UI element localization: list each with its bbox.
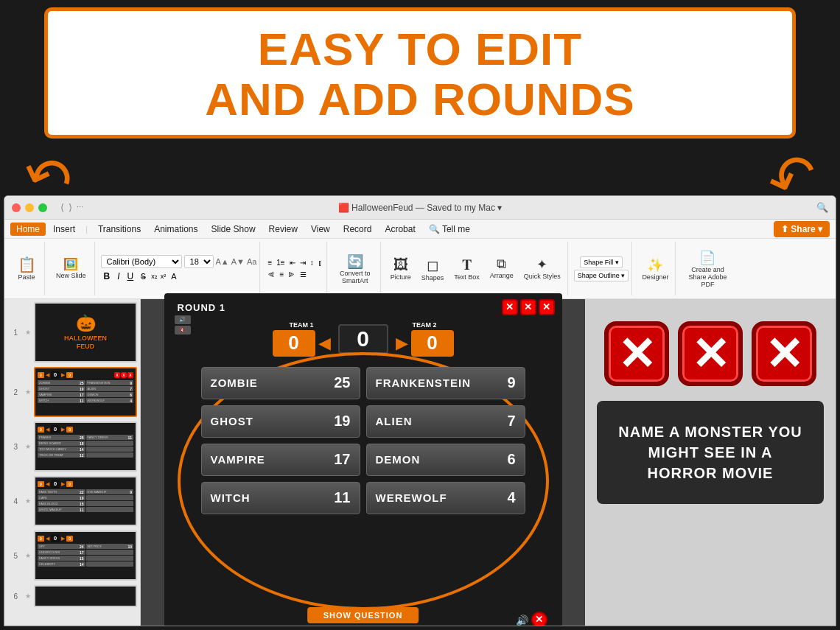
bold-btn[interactable]: B: [101, 270, 113, 282]
answer-werewolf: WEREWOLF 4: [366, 482, 525, 514]
x-marks-top: ✕ ✕ ✕: [502, 299, 555, 315]
x-mark-1: ✕: [502, 299, 518, 315]
ribbon-paste-btn[interactable]: 📋 Paste: [13, 255, 40, 283]
slide-num-4: 4: [7, 497, 18, 505]
slide-star-5: ★: [21, 552, 31, 559]
slide-4-content: 0 ◀ 0 ▶ 0 FAKE TEETH22EYE MAKEUP9 CAPE19…: [35, 477, 136, 525]
menu-blank: |: [83, 223, 91, 235]
slide-row-4: 4 ★ 0 ◀ 0 ▶ 0 FAKE TEETH22EYE MAKEU: [7, 476, 137, 526]
menu-transitions[interactable]: Transitions: [92, 223, 147, 236]
ribbon-font: Calibri (Body) 18 A▲ A▼ Aa B I U S̶ x₂ x…: [98, 242, 261, 295]
share-button[interactable]: ⬆ Share ▾: [774, 221, 830, 237]
x-mark-large-3: ✕: [752, 321, 816, 386]
ribbon-paragraph: ≡ 1≡ ⇤ ⇥ ↕ ⫿ ⫷ ≡ ⫸ ☰: [263, 242, 326, 295]
close-slide-btn[interactable]: ✕: [531, 612, 547, 627]
menu-home[interactable]: Home: [10, 223, 46, 236]
round-label: ROUND 1: [178, 302, 226, 313]
shape-outline-btn[interactable]: Shape Outline ▾: [574, 270, 629, 281]
answer-alien: ALIEN 7: [366, 405, 525, 438]
x-mark-large-1: ✕: [604, 321, 669, 386]
ribbon-insert: 🖼 Picture ◻ Shapes 𝐓 Text Box ⧉ Arrange …: [384, 242, 568, 295]
slide-num-1: 1: [7, 329, 18, 337]
slide-1-title: HALLOWEENFEUD: [64, 335, 107, 351]
font-family-select[interactable]: Calibri (Body): [101, 255, 182, 268]
x-mark-3: ✕: [539, 299, 555, 315]
scoreboard: TEAM 1 0 ◀ 0 TEAM 2 ▶ 0: [164, 321, 562, 357]
menu-bar: Home Insert | Transitions Animations Sli…: [4, 220, 836, 239]
menu-tellme[interactable]: 🔍 Tell me: [423, 223, 476, 236]
ribbon-arrange-btn[interactable]: ⧉ Arrange: [486, 254, 517, 284]
clear-format-btn[interactable]: Aa: [247, 257, 256, 266]
ribbon-shapes-btn[interactable]: ◻ Shapes: [418, 254, 448, 284]
menu-review[interactable]: Review: [263, 223, 304, 236]
slide-num-2: 2: [7, 388, 18, 396]
show-question-button[interactable]: SHOW QUESTION: [307, 607, 419, 623]
justify-btn[interactable]: ☰: [298, 270, 308, 279]
strikethrough-btn[interactable]: S̶: [138, 271, 149, 282]
numbering-btn[interactable]: 1≡: [275, 258, 286, 267]
speaker-icon: 🔊: [516, 615, 528, 626]
convert-smartart-btn[interactable]: 🔄 Convert to SmartArt: [333, 251, 377, 287]
ribbon-designer-btn[interactable]: ✨ Designer: [638, 255, 672, 283]
indent-inc-btn[interactable]: ⇥: [298, 258, 307, 267]
indent-dec-btn[interactable]: ⇤: [288, 258, 297, 267]
slide-thumb-1[interactable]: 🎃 HALLOWEENFEUD: [34, 302, 137, 363]
ribbon: 📋 Paste 🖼️ New Slide Calibri (Body): [4, 239, 836, 299]
subscript-btn[interactable]: x₂: [150, 272, 158, 281]
slide-star-6: ★: [21, 592, 31, 600]
ribbon-adobe: 📄 Create and Share Adobe PDF: [679, 242, 736, 295]
columns-btn[interactable]: ⫿: [317, 258, 323, 267]
ribbon-textbox-btn[interactable]: 𝐓 Text Box: [450, 254, 483, 284]
ribbon-quick-styles-btn[interactable]: ✦ Quick Styles: [520, 254, 564, 284]
answer-vampire: VAMPIRE 17: [201, 444, 360, 476]
x-marks-large: ✕ ✕ ✕: [604, 321, 816, 386]
menu-insert[interactable]: Insert: [47, 223, 81, 236]
bullets-btn[interactable]: ≡: [266, 258, 273, 267]
menu-slideshow[interactable]: Slide Show: [206, 223, 262, 236]
slide-thumb-2[interactable]: 0 ◀ 0 ▶ 0 X X X ZOM: [34, 367, 137, 417]
ribbon-shape-format: Shape Fill ▾ Shape Outline ▾: [571, 242, 633, 295]
ppt-window: ⟨ ⟩ ··· 🟥 HalloweenFeud — Saved to my Ma…: [4, 195, 836, 626]
slide-thumb-3[interactable]: 0 ◀ 0 ▶ 0 PRANKS25FANCY DRESS11 BEING SC…: [34, 421, 137, 472]
slide-row-3: 3 ★ 0 ◀ 0 ▶ 0 PRANKS25FANCY DRESS11: [7, 421, 137, 472]
team1-arrow-left[interactable]: ◀: [318, 334, 331, 353]
title-bar: ⟨ ⟩ ··· 🟥 HalloweenFeud — Saved to my Ma…: [4, 196, 836, 220]
menu-record[interactable]: Record: [337, 223, 378, 236]
shape-fill-btn[interactable]: Shape Fill ▾: [580, 256, 623, 268]
slide-row-2: 2 ★ 0 ◀ 0 ▶ 0 X: [7, 367, 137, 417]
font-grow-btn[interactable]: A▲: [216, 257, 229, 266]
menu-animations[interactable]: Animations: [148, 223, 203, 236]
superscript-btn[interactable]: x²: [160, 272, 167, 281]
team2-arrow-right[interactable]: ▶: [396, 334, 408, 353]
answer-frankenstein: FRANKENSTEIN 9: [366, 367, 525, 399]
font-size-select[interactable]: 18: [184, 255, 214, 268]
italic-btn[interactable]: I: [114, 270, 122, 282]
slide-num-5: 5: [7, 552, 18, 560]
ribbon-smartart: 🔄 Convert to SmartArt: [330, 242, 381, 295]
team2-label: TEAM 2: [412, 321, 436, 329]
ribbon-new-slide-btn[interactable]: 🖼️ New Slide: [52, 256, 90, 281]
answer-demon: DEMON 6: [366, 444, 525, 476]
slide-thumb-5[interactable]: 0 ◀ 0 ▶ 0 SPY24WIT.PROT.10 UNDERCOVER17 …: [34, 531, 137, 581]
slide-num-3: 3: [7, 443, 18, 451]
main-content: 1 ★ 🎃 HALLOWEENFEUD 2 ★: [4, 299, 836, 626]
slide-thumb-6[interactable]: [34, 585, 137, 607]
ribbon-adobe-btn[interactable]: 📄 Create and Share Adobe PDF: [682, 248, 733, 290]
underline-btn[interactable]: U: [125, 270, 137, 282]
right-panel: ✕ ✕ ✕ NAME A MONSTER YOU MIGHT SEE IN A …: [585, 299, 836, 626]
slide-thumb-4[interactable]: 0 ◀ 0 ▶ 0 FAKE TEETH22EYE MAKEUP9 CAPE19…: [34, 476, 137, 526]
align-center-btn[interactable]: ≡: [278, 270, 285, 279]
slide-row-5: 5 ★ 0 ◀ 0 ▶ 0 SPY24WIT.PROT.10: [7, 531, 137, 581]
menu-view[interactable]: View: [305, 223, 336, 236]
align-right-btn[interactable]: ⫸: [287, 270, 297, 279]
align-left-btn[interactable]: ⫷: [266, 270, 276, 279]
ribbon-designer: ✨ Designer: [635, 242, 676, 295]
menu-acrobat[interactable]: Acrobat: [379, 223, 421, 236]
ribbon-picture-btn[interactable]: 🖼 Picture: [387, 254, 415, 284]
banner: EASY TO EDIT AND ADD ROUNDS: [44, 7, 796, 139]
team2-score: 0: [411, 330, 454, 357]
font-shrink-btn[interactable]: A▼: [231, 257, 245, 266]
answer-witch: WITCH 11: [201, 482, 360, 514]
text-color-btn[interactable]: A: [168, 271, 179, 281]
line-spacing-btn[interactable]: ↕: [309, 258, 315, 267]
